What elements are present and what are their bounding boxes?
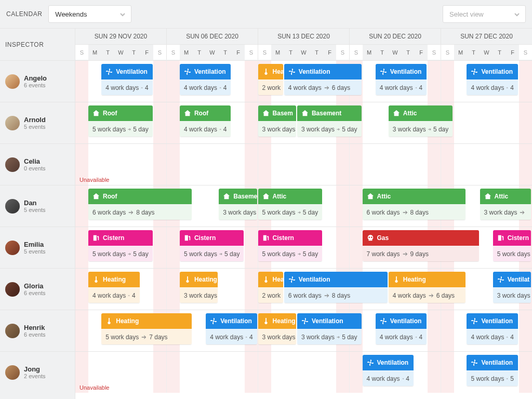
event-heating[interactable]: Heating4 work days6 days	[389, 272, 466, 303]
event-title: Attic	[273, 193, 287, 200]
schedule-lane[interactable]: Roof5 work days5 dayRoof4 work days4Base…	[75, 102, 532, 143]
event-footer: 5 work days5 day	[180, 246, 244, 261]
arrow-right-icon	[428, 127, 431, 132]
chevron-down-icon	[119, 11, 126, 17]
event-heating[interactable]: Heating4 work days4	[88, 272, 139, 303]
event-footer: 5 work days7 days	[101, 329, 192, 344]
inspector-event-count: 5 events	[24, 124, 46, 130]
inspector-row[interactable]: Henrik6 events	[0, 310, 75, 351]
unavailable-band: Unavailable	[75, 175, 532, 185]
event-ventilation[interactable]: Ventilation4 work days4	[101, 64, 152, 95]
inspector-row[interactable]: Gloria6 events	[0, 268, 75, 310]
event-roof[interactable]: Roof4 work days4	[180, 105, 231, 137]
event-attic[interactable]: Attic5 work days5 day	[258, 189, 323, 220]
event-ventilation[interactable]: Ventilation4 work days4	[467, 313, 517, 344]
fan-icon	[288, 68, 296, 75]
schedule-lane[interactable]: Heating5 work days7 daysVentilation4 wor…	[75, 310, 532, 351]
day-header: F	[506, 44, 519, 60]
schedule-lane[interactable]: Heating4 work days4Heating3 work daysHea…	[75, 268, 532, 310]
calendar-select[interactable]: Weekends	[48, 5, 131, 23]
event-roof[interactable]: Roof6 work days8 days	[88, 189, 192, 220]
event-basement[interactable]: Basement3 work days5 day	[297, 105, 362, 137]
event-cistern[interactable]: Cistern5 work days5 day	[180, 230, 244, 261]
event-title: Attic	[377, 193, 391, 200]
unavailable-label: Unavailable	[79, 384, 109, 391]
event-title: Ventilation	[194, 68, 226, 75]
event-ventilation[interactable]: Ventilat3 work days	[493, 272, 531, 303]
event-attic[interactable]: Attic3 work days5 day	[389, 105, 453, 137]
day-header: S	[350, 44, 363, 60]
inspector-row[interactable]: Celia0 events	[0, 143, 75, 185]
event-heating[interactable]: Heating3 work days	[180, 272, 218, 303]
day-header: S	[258, 44, 271, 60]
event-cistern[interactable]: Cistern5 work days5 day	[88, 230, 153, 261]
thermometer-icon	[92, 276, 100, 283]
day-header: S	[519, 44, 532, 60]
home-icon	[92, 110, 100, 117]
event-basement[interactable]: Basem3 work days	[258, 105, 296, 137]
fan-icon	[367, 359, 374, 366]
event-footer: 5 work days7	[493, 246, 531, 261]
event-title: Heating	[103, 276, 126, 283]
inspector-row[interactable]: Emilia5 events	[0, 227, 75, 268]
fan-icon	[471, 68, 478, 75]
event-attic[interactable]: Attic6 work days8 days	[363, 189, 466, 220]
event-title: Ventilation	[390, 68, 422, 75]
event-title: Cistern	[103, 234, 124, 242]
event-title: Ventilation	[390, 317, 422, 325]
view-select[interactable]: Select view	[443, 5, 526, 23]
event-ventilation[interactable]: Ventilation4 work days4	[180, 64, 231, 95]
schedule-lane[interactable]: Cistern5 work days5 dayCistern5 work day…	[75, 227, 532, 268]
day-header: W	[389, 44, 402, 60]
inspectors-column: Angelo6 eventsArnold5 eventsCelia0 event…	[0, 60, 75, 399]
event-cistern[interactable]: Cistern5 work days5 day	[258, 230, 323, 261]
event-ventilation[interactable]: Ventilation3 work days5 day	[297, 313, 362, 344]
inspector-row[interactable]: Dan5 events	[0, 185, 75, 227]
event-heating[interactable]: Hea2 work	[258, 64, 283, 95]
inspector-row[interactable]: Jong2 events	[0, 351, 75, 393]
day-header: F	[323, 44, 336, 60]
schedule-lane[interactable]: Ventilation4 work days4Ventilation5 work…	[75, 351, 532, 393]
thermometer-icon	[184, 276, 191, 283]
event-ventilation[interactable]: Ventilation4 work days4	[363, 355, 414, 386]
schedule-lanes[interactable]: Ventilation4 work days4Ventilation4 work…	[75, 60, 532, 399]
day-header: T	[127, 44, 140, 60]
day-header: M	[454, 44, 467, 60]
inspector-row[interactable]: Arnold5 events	[0, 102, 75, 143]
event-heating[interactable]: Hea2 work	[258, 272, 283, 303]
event-ventilation[interactable]: Ventilation4 work days4	[376, 64, 427, 95]
unavailable-band: Unavailable	[75, 382, 532, 393]
event-gas[interactable]: Gas7 work days9 days	[363, 230, 479, 261]
event-ventilation[interactable]: Ventilation4 work days4	[376, 313, 427, 344]
event-footer: 3 work days	[258, 121, 296, 137]
event-heating[interactable]: Heating5 work days7 days	[101, 313, 192, 344]
event-ventilation[interactable]: Ventilation4 work days4	[206, 313, 257, 344]
event-basement[interactable]: Baseme3 work days	[219, 189, 257, 220]
event-heating[interactable]: Heating3 work days	[258, 313, 296, 344]
event-roof[interactable]: Roof5 work days5 day	[88, 105, 153, 137]
home-icon	[92, 193, 100, 200]
event-ventilation[interactable]: Ventilation4 work days6 days	[284, 64, 362, 95]
day-header: M	[363, 44, 376, 60]
schedule-lane[interactable]: Ventilation4 work days4Ventilation4 work…	[75, 60, 532, 102]
arrow-right-icon	[219, 251, 222, 257]
event-cistern[interactable]: Cistern5 work days7	[493, 230, 531, 261]
inspector-event-count: 6 events	[24, 290, 46, 296]
event-attic[interactable]: Attic3 work days	[480, 189, 531, 220]
event-footer: 5 work days5 day	[88, 246, 153, 261]
event-footer: 4 work days4	[101, 79, 152, 95]
day-header: W	[480, 44, 493, 60]
inspector-row[interactable]: Angelo6 events	[0, 60, 75, 102]
event-ventilation[interactable]: Ventilation4 work days4	[467, 64, 517, 95]
event-footer: 5 work days5 day	[258, 204, 323, 220]
arrow-right-icon	[128, 210, 134, 215]
thermometer-icon	[262, 317, 270, 325]
grid-body: Angelo6 eventsArnold5 eventsCelia0 event…	[0, 60, 532, 399]
grid-header: INSPECTOR SUN 29 NOV 2020SUN 06 DEC 2020…	[0, 28, 532, 60]
event-ventilation[interactable]: Ventilation5 work days5	[467, 355, 517, 386]
week-header: SUN 06 DEC 2020	[167, 29, 258, 44]
event-ventilation[interactable]: Ventilation6 work days8 days	[284, 272, 388, 303]
event-footer: 2 work	[258, 79, 283, 95]
schedule-lane[interactable]: Roof6 work days8 daysBaseme3 work daysAt…	[75, 185, 532, 227]
schedule-lane[interactable]: Unavailable	[75, 143, 532, 185]
